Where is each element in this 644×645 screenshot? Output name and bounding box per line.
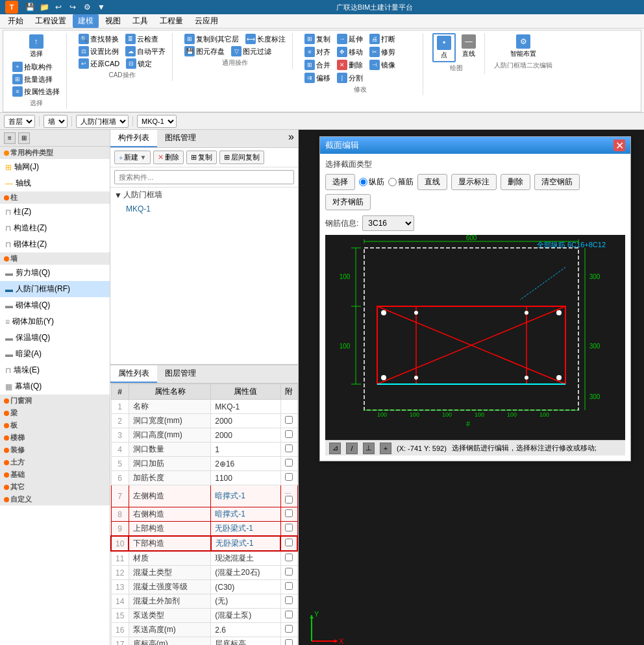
attach-17[interactable] [285, 639, 293, 645]
component-select[interactable]: MKQ-1 [137, 115, 177, 128]
ribbon-btn-save-elem[interactable]: 💾 图元存盘 [182, 45, 227, 57]
prop-7-edit-btn[interactable]: … [285, 488, 291, 495]
ribbon-btn-move[interactable]: ✥ 移动 [334, 46, 365, 58]
left-panel-wall-pier[interactable]: ⊓ 墙垛(E) [0, 362, 110, 378]
ribbon-btn-cloud[interactable]: ☁ 自动平齐 [123, 45, 168, 57]
attach-3[interactable] [285, 430, 293, 438]
ribbon-btn-restore-cad[interactable]: ↩ 还原CAD [76, 58, 122, 69]
attach-5[interactable] [285, 459, 293, 467]
dialog-btn-line[interactable]: 直线 [417, 174, 447, 190]
left-panel-curtain-wall[interactable]: ▦ 幕墙(Q) [0, 378, 110, 395]
attach-10[interactable] [285, 539, 293, 546]
category-decor[interactable]: 装修 [0, 444, 110, 456]
left-panel-insulation-wall[interactable]: ▬ 保温墙(Q) [0, 330, 110, 346]
attach-11[interactable] [285, 554, 293, 561]
ribbon-btn-batch[interactable]: ⊞ 批量选择 [10, 73, 62, 85]
category-beam[interactable]: 梁 [0, 407, 110, 419]
left-panel-construct-column[interactable]: ⊓ 构造柱(Z) [0, 220, 110, 236]
menu-project-settings[interactable]: 工程设置 [30, 14, 71, 28]
btn-interlayer-copy[interactable]: ⊞ 层间复制 [219, 151, 264, 164]
tab-layer-manage[interactable]: 图层管理 [157, 365, 204, 383]
dialog-status-btn-3[interactable]: ⊥ [363, 443, 375, 454]
canvas-area[interactable]: 截面编辑 ✕ 选择截面类型 选择 纵筋 箍筋 直线 显示标注 删除 清空钢筋 [299, 130, 644, 645]
left-panel-axis-net[interactable]: ⊞ 轴网(J) [0, 159, 110, 175]
menu-tools[interactable]: 工具 [127, 14, 153, 28]
dialog-close-btn[interactable]: ✕ [613, 140, 625, 151]
left-panel-shear-wall[interactable]: ▬ 剪力墙(Q) [0, 265, 110, 281]
dialog-btn-show-annotation[interactable]: 显示标注 [451, 174, 497, 190]
radio-stirrup[interactable]: 箍筋 [388, 176, 414, 188]
menu-cloud[interactable]: 云应用 [190, 14, 223, 28]
ribbon-btn-define[interactable]: ≣ 云检查 [123, 33, 161, 45]
attach-12[interactable] [285, 568, 293, 576]
ribbon-btn-align[interactable]: ⊟ 锁定 [123, 58, 155, 69]
attach-6[interactable] [285, 473, 293, 481]
ribbon-btn-point[interactable]: • 点 [432, 33, 456, 62]
ribbon-btn-trim[interactable]: ✂ 修剪 [367, 46, 398, 58]
prop-value-1[interactable]: MKQ-1 [211, 400, 280, 414]
category-common[interactable]: 常用构件类型 [0, 147, 110, 159]
dialog-status-btn-4[interactable]: + [380, 443, 391, 454]
radio-longitudinal[interactable]: 纵筋 [359, 176, 384, 188]
ribbon-btn-mirror[interactable]: ⊣ 镜像 [367, 59, 398, 71]
menu-start[interactable]: 开始 [3, 14, 29, 28]
ribbon-btn-extend[interactable]: → 延伸 [334, 33, 365, 45]
search-input[interactable] [114, 170, 294, 184]
ribbon-btn-pick[interactable]: + 拾取构件 [10, 61, 62, 73]
dialog-btn-align-rebar[interactable]: 对齐钢筋 [325, 194, 371, 210]
category-column[interactable]: 柱 [0, 191, 110, 204]
menu-build[interactable]: 建模 [73, 14, 99, 28]
ribbon-btn-line[interactable]: — 直线 [457, 33, 480, 62]
menu-view[interactable]: 视图 [100, 14, 126, 28]
attach-4[interactable] [285, 444, 293, 452]
left-panel-air-defense-wall[interactable]: ▬ 人防门框墙(RF) [0, 281, 110, 297]
dialog-btn-select[interactable]: 选择 [325, 174, 355, 190]
qa-save[interactable]: 💾 [23, 1, 36, 14]
ribbon-btn-copy-to[interactable]: ⊞ 复制到其它层 [182, 33, 242, 45]
qa-settings[interactable]: ⚙ [80, 1, 93, 14]
tree-collapse-icon[interactable]: ▼ [114, 191, 122, 200]
wall-type-select[interactable]: 人防门框墙 [76, 115, 129, 128]
ribbon-btn-print[interactable]: 🖨 打断 [367, 33, 398, 45]
tree-child-mkq1[interactable]: MKQ-1 [110, 202, 298, 215]
ribbon-btn-offset[interactable]: ⇉ 偏移 [302, 72, 333, 84]
attach-13[interactable] [285, 582, 293, 590]
qa-open[interactable]: 📁 [38, 1, 51, 14]
tab-props-list[interactable]: 属性列表 [110, 365, 157, 383]
qa-redo[interactable]: ↪ [66, 1, 79, 14]
dialog-status-btn-1[interactable]: ⊿ [329, 443, 341, 454]
ribbon-btn-copy[interactable]: ⊞ 复制 [302, 33, 333, 45]
category-door-window[interactable]: 门窗洞 [0, 395, 110, 407]
ribbon-btn-delete[interactable]: ✕ 删除 [334, 59, 365, 71]
attach-2[interactable] [285, 416, 293, 424]
panel-expand-btn[interactable]: » [284, 130, 298, 147]
ribbon-btn-attr-select[interactable]: ≡ 按属性选择 [10, 86, 62, 97]
dialog-status-btn-2[interactable]: / [346, 443, 358, 454]
view-grid-btn[interactable]: ⊞ [18, 132, 30, 144]
rebar-info-select[interactable]: 3C16 [362, 215, 414, 231]
left-panel-masonry-column[interactable]: ⊓ 砌体柱(Z) [0, 236, 110, 252]
qa-undo[interactable]: ↩ [52, 1, 65, 14]
ribbon-btn-scale[interactable]: ⚖ 设置比例 [76, 45, 121, 57]
element-type-select[interactable]: 墙 [43, 115, 68, 128]
view-list-btn[interactable]: ≡ [4, 132, 16, 144]
menu-quantities[interactable]: 工程量 [155, 14, 188, 28]
ribbon-btn-filter[interactable]: ▽ 图元过滤 [229, 45, 274, 57]
attach-9[interactable] [285, 524, 293, 531]
category-other[interactable]: 其它 [0, 481, 110, 493]
category-stair[interactable]: 楼梯 [0, 432, 110, 444]
btn-new-component[interactable]: + 新建 ▼ [114, 151, 151, 164]
category-wall[interactable]: 墙 [0, 252, 110, 265]
ribbon-btn-select[interactable]: ↑ 选择 [25, 33, 48, 60]
category-earthwork[interactable]: 土方 [0, 456, 110, 469]
ribbon-btn-align2[interactable]: ≡ 对齐 [302, 46, 333, 58]
attach-8[interactable] [285, 509, 293, 517]
floor-select[interactable]: 首层 [4, 115, 35, 128]
left-panel-masonry-wall[interactable]: ▬ 砌体墙(Q) [0, 297, 110, 313]
left-panel-hidden-beam[interactable]: ▬ 暗梁(A) [0, 346, 110, 362]
new-dropdown-icon[interactable]: ▼ [140, 154, 146, 161]
tab-component-list[interactable]: 构件列表 [110, 130, 157, 147]
btn-delete-component[interactable]: ✕ 删除 [153, 151, 184, 164]
ribbon-btn-smart-layout[interactable]: ⚙ 智能布置 [508, 33, 539, 60]
ribbon-btn-find[interactable]: 🔍 查找替换 [76, 33, 121, 45]
